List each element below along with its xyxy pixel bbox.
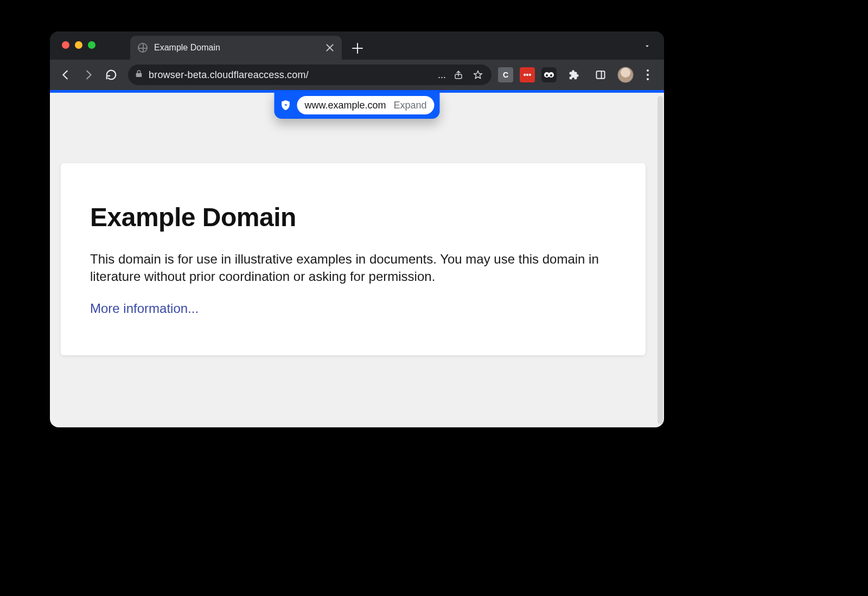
tab-strip: Example Domain [50,31,664,60]
svg-marker-1 [474,71,482,79]
more-info-link[interactable]: More information... [90,301,199,316]
extensions-puzzle-button[interactable] [563,65,584,85]
forward-button[interactable] [78,65,99,85]
extension-c-button[interactable]: C [498,67,513,82]
chrome-menu-button[interactable] [640,67,655,82]
back-button[interactable] [55,65,76,85]
address-bar[interactable]: browser-beta.cloudflareaccess.com/ ... [128,65,492,85]
svg-rect-6 [597,71,605,78]
minimize-window-button[interactable] [75,41,82,49]
svg-point-4 [546,74,548,76]
tabs-dropdown-button[interactable] [643,42,651,50]
address-truncation: ... [438,69,446,81]
bookmark-star-icon[interactable] [471,68,485,82]
extension-password-button[interactable]: ••• [520,67,535,82]
browser-tab[interactable]: Example Domain [130,36,342,60]
tab-title: Example Domain [154,43,319,53]
page-heading: Example Domain [90,202,616,232]
svg-point-5 [550,74,552,76]
overlay-host-text: www.example.com [304,100,386,111]
extensions-group: C ••• [498,65,659,85]
share-icon[interactable] [451,68,465,82]
content-card: Example Domain This domain is for use in… [61,163,646,355]
extension-eyes-button[interactable] [541,67,557,82]
side-panel-button[interactable] [590,65,611,85]
window-controls [62,41,95,49]
page-paragraph: This domain is for use in illustrative e… [90,251,611,286]
shield-icon [278,98,292,112]
reload-button[interactable] [101,65,122,85]
overlay-address-pill[interactable]: www.example.com Expand [297,96,434,114]
maximize-window-button[interactable] [88,41,95,49]
close-tab-button[interactable] [326,43,334,52]
overlay-expand-button[interactable]: Expand [393,100,426,111]
lock-icon [135,69,143,81]
new-tab-button[interactable] [349,40,366,56]
close-window-button[interactable] [62,41,69,49]
profile-avatar-button[interactable] [617,67,634,83]
vertical-scrollbar[interactable] [658,96,663,424]
cloudflare-overlay-bar: www.example.com Expand [274,92,439,119]
toolbar: browser-beta.cloudflareaccess.com/ ... C… [50,60,664,90]
address-url-text: browser-beta.cloudflareaccess.com/ [149,69,432,81]
page-viewport: www.example.com Expand Example Domain Th… [50,90,664,427]
globe-icon [138,43,148,53]
browser-window: Example Domain browser-beta.cloudflareac… [50,31,664,427]
